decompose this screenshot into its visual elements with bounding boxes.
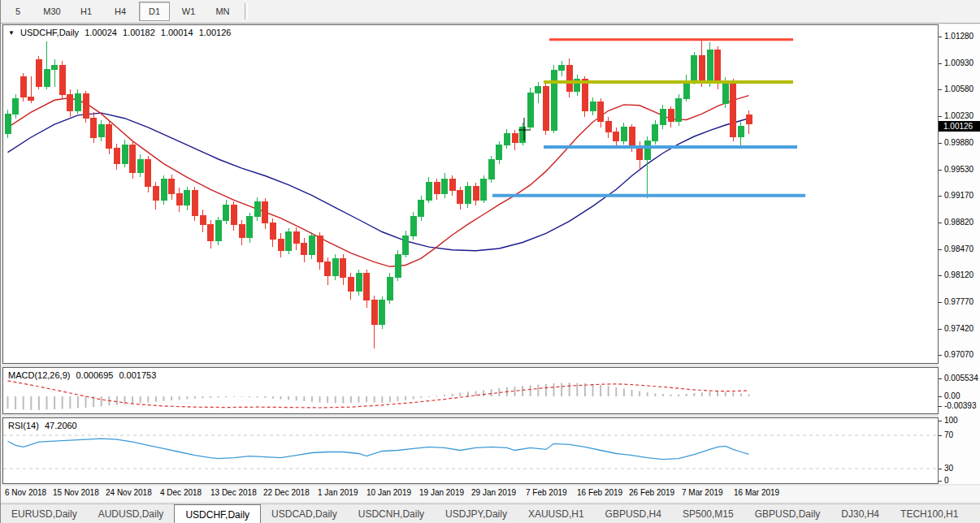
candlestick-chart-canvas[interactable] bbox=[3, 25, 938, 363]
price-axis-label: 0.97070 bbox=[944, 350, 973, 359]
price-axis-label: 0.98120 bbox=[944, 270, 973, 279]
chart-tab-eurusd-daily[interactable]: EURUSD,Daily bbox=[1, 504, 88, 523]
macd-name: MACD(12,26,9) bbox=[8, 370, 70, 380]
date-axis-label: 22 Dec 2018 bbox=[263, 488, 310, 497]
chart-tab-bar: EURUSD,DailyAUDUSD,DailyUSDCHF,DailyUSDC… bbox=[1, 504, 980, 523]
ohlc-low: 1.00014 bbox=[161, 28, 193, 37]
timeframe-button-d1[interactable]: D1 bbox=[139, 2, 170, 21]
chart-tab-gbpusd-daily[interactable]: GBPUSD,Daily bbox=[744, 504, 831, 523]
axis-tick bbox=[939, 143, 942, 144]
rsi-axis-label: 70 bbox=[944, 430, 953, 439]
chart-tab-gbpusd-h4[interactable]: GBPUSD,H4 bbox=[595, 504, 672, 523]
macd-indicator-panel[interactable]: MACD(12,26,9) 0.000695 0.001753 bbox=[2, 367, 939, 414]
axis-tick bbox=[939, 378, 942, 379]
price-axis-label: 0.98820 bbox=[944, 218, 973, 227]
chart-tab-xauusd-h1[interactable]: XAUUSD,H1 bbox=[518, 504, 595, 523]
rsi-label: RSI(14) 47.2060 bbox=[8, 421, 80, 430]
main-chart-panel[interactable]: ▼ USDCHF,Daily 1.00024 1.00182 1.00014 1… bbox=[2, 24, 939, 364]
axis-tick bbox=[939, 89, 942, 90]
ohlc-open: 1.00024 bbox=[85, 28, 117, 37]
price-axis-label: 1.01280 bbox=[944, 32, 973, 41]
axis-tick bbox=[939, 406, 942, 407]
axis-tick bbox=[939, 302, 942, 303]
axis-tick bbox=[939, 249, 942, 250]
axis-tick bbox=[939, 396, 942, 397]
date-axis-label: 1 Jan 2019 bbox=[318, 488, 358, 497]
date-axis-label: 13 Dec 2018 bbox=[210, 488, 257, 497]
price-axis-label: 0.99170 bbox=[944, 191, 973, 200]
axis-tick bbox=[939, 435, 942, 436]
rsi-axis-label: 100 bbox=[944, 416, 958, 425]
macd-axis-label: 0.00 bbox=[944, 391, 960, 400]
date-axis-label: 19 Jan 2019 bbox=[419, 488, 464, 497]
rsi-name: RSI(14) bbox=[8, 421, 39, 430]
rsi-axis-label: 0 bbox=[944, 476, 949, 485]
date-axis-label: 6 Nov 2018 bbox=[5, 488, 46, 497]
date-axis-label: 7 Feb 2019 bbox=[526, 488, 567, 497]
rsi-line bbox=[8, 439, 749, 460]
axis-tick bbox=[939, 116, 942, 117]
axis-tick bbox=[939, 481, 942, 482]
price-axis-label: 0.97770 bbox=[944, 297, 973, 306]
macd-signal-line bbox=[8, 381, 749, 408]
timeframe-button-h4[interactable]: H4 bbox=[105, 2, 136, 21]
date-axis-label: 4 Dec 2018 bbox=[160, 488, 202, 497]
toolbar-separator bbox=[245, 3, 248, 19]
axis-tick bbox=[939, 329, 942, 330]
chart-tab-audusd-daily[interactable]: AUDUSD,Daily bbox=[88, 504, 175, 523]
axis-tick bbox=[939, 223, 942, 223]
date-axis-label: 26 Feb 2019 bbox=[629, 488, 674, 497]
axis-tick bbox=[939, 469, 942, 469]
macd-axis-label: 0.005534 bbox=[944, 374, 978, 383]
chart-tab-usdcnh-daily[interactable]: USDCNH,Daily bbox=[348, 504, 435, 523]
ohlc-high: 1.00182 bbox=[123, 28, 155, 37]
rsi-value: 47.2060 bbox=[45, 421, 77, 430]
timeframe-button-m30[interactable]: M30 bbox=[37, 2, 67, 21]
timeframe-button-5[interactable]: 5 bbox=[2, 2, 33, 21]
axis-tick bbox=[939, 355, 942, 356]
date-axis-label: 29 Jan 2019 bbox=[471, 488, 516, 497]
ohlc-close: 1.00126 bbox=[199, 28, 232, 37]
timeframe-button-w1[interactable]: W1 bbox=[173, 2, 204, 21]
axis-tick bbox=[939, 37, 942, 37]
chart-title: ▼ USDCHF,Daily 1.00024 1.00182 1.00014 1… bbox=[8, 28, 234, 37]
chart-tab-usdchf-daily[interactable]: USDCHF,Daily bbox=[174, 504, 261, 523]
price-axis-label: 1.00930 bbox=[944, 58, 973, 67]
rsi-chart-canvas[interactable] bbox=[3, 418, 938, 483]
chart-tab-dj30-h4[interactable]: DJ30,H4 bbox=[830, 504, 890, 523]
current-price-tag: 1.00126 bbox=[939, 121, 980, 132]
axis-tick bbox=[939, 275, 942, 276]
price-axis[interactable]: 1.00126 1.012801.009301.005801.002300.99… bbox=[939, 24, 980, 484]
timeframe-button-h1[interactable]: H1 bbox=[71, 2, 102, 21]
chart-symbol-label: USDCHF,Daily bbox=[20, 28, 79, 37]
timeframe-button-mn[interactable]: MN bbox=[207, 2, 238, 21]
date-axis[interactable]: 6 Nov 201815 Nov 201824 Nov 20184 Dec 20… bbox=[1, 486, 980, 502]
axis-tick bbox=[939, 63, 942, 64]
price-axis-label: 0.99880 bbox=[944, 138, 973, 147]
price-axis-label: 0.99530 bbox=[944, 165, 973, 174]
price-axis-label: 1.00230 bbox=[944, 111, 973, 120]
axis-tick bbox=[939, 421, 942, 421]
macd-value-signal: 0.001753 bbox=[119, 370, 156, 380]
chart-tab-ui[interactable]: UI bbox=[969, 504, 980, 523]
chart-tab-sp500-m15[interactable]: SP500,M15 bbox=[672, 504, 744, 523]
macd-value-main: 0.000695 bbox=[76, 370, 113, 380]
timeframe-button-group: 5M30H1H4D1W1MN bbox=[1, 2, 240, 21]
trading-terminal-window: 5M30H1H4D1W1MN ▼ USDCHF,Daily 1.00024 1.… bbox=[0, 0, 980, 523]
macd-label: MACD(12,26,9) 0.000695 0.001753 bbox=[8, 370, 159, 380]
date-axis-label: 16 Feb 2019 bbox=[577, 488, 622, 497]
price-axis-label: 0.97420 bbox=[944, 324, 973, 333]
date-axis-label: 24 Nov 2018 bbox=[106, 488, 152, 497]
date-axis-label: 7 Mar 2019 bbox=[682, 488, 723, 497]
rsi-axis-label: 30 bbox=[944, 464, 953, 473]
chart-tab-usdjpy-daily[interactable]: USDJPY,Daily bbox=[435, 504, 518, 523]
price-axis-label: 1.00580 bbox=[944, 84, 973, 93]
date-axis-label: 15 Nov 2018 bbox=[53, 488, 99, 497]
macd-axis-label: -0.00393 bbox=[944, 401, 976, 410]
axis-tick bbox=[939, 170, 942, 171]
price-axis-label: 0.98470 bbox=[944, 244, 973, 253]
chart-tab-usdcad-daily[interactable]: USDCAD,Daily bbox=[261, 504, 348, 523]
chart-tab-tech100-h1[interactable]: TECH100,H1 bbox=[890, 504, 969, 523]
rsi-indicator-panel[interactable]: RSI(14) 47.2060 bbox=[2, 417, 939, 484]
chart-dropdown-icon[interactable]: ▼ bbox=[8, 29, 15, 37]
